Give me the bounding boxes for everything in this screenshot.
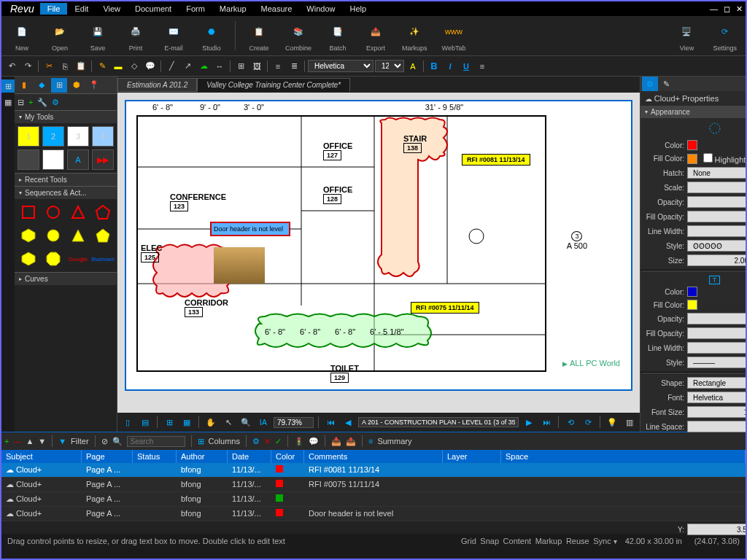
fill-color-swatch[interactable] bbox=[687, 154, 697, 164]
add-markup-icon[interactable]: + bbox=[4, 437, 9, 446]
section-sequences[interactable]: Sequences & Act... bbox=[15, 186, 117, 199]
palette-pen1[interactable]: 1 bbox=[18, 126, 39, 147]
tool-webtab[interactable]: wwwWebTab bbox=[436, 20, 472, 52]
tool-combine[interactable]: 📚Combine bbox=[279, 20, 317, 52]
link-google[interactable]: Google bbox=[67, 249, 89, 269]
style2-select[interactable]: ——— bbox=[687, 357, 747, 368]
scale-input[interactable] bbox=[687, 182, 747, 193]
table-row[interactable]: ☁ Cloud+Page A ...bfong11/13/... bbox=[1, 492, 746, 507]
expand-icon[interactable]: ▲ bbox=[26, 437, 34, 446]
menu-measure[interactable]: Measure bbox=[254, 3, 300, 15]
shape-hex-y2[interactable] bbox=[18, 249, 39, 269]
palette-text[interactable]: A bbox=[67, 149, 89, 170]
check-icon[interactable]: ✓ bbox=[275, 437, 282, 446]
section-curves[interactable]: Curves bbox=[15, 272, 117, 285]
menu-window[interactable]: Window bbox=[299, 3, 342, 15]
columns-icon[interactable]: ⊞ bbox=[198, 437, 204, 446]
import-icon[interactable]: 📥 bbox=[331, 437, 341, 446]
doc-tab-1[interactable]: Estimation A 201.2 bbox=[117, 78, 197, 92]
bold-button[interactable]: B bbox=[427, 59, 441, 74]
font-size-select[interactable]: 12 bbox=[375, 60, 404, 72]
tool-markups[interactable]: ✨Markups bbox=[396, 20, 433, 52]
color-swatch[interactable] bbox=[687, 140, 697, 150]
line-space-input[interactable] bbox=[687, 421, 747, 432]
filter-icon[interactable]: ▼ bbox=[58, 437, 66, 446]
zoom-icon[interactable]: 🔍 bbox=[239, 415, 253, 429]
maximize-icon[interactable]: ◻ bbox=[724, 4, 730, 14]
tab-toolchest-icon[interactable]: ▮ bbox=[16, 78, 32, 93]
prop-tab-edit-icon[interactable]: ✎ bbox=[658, 77, 674, 91]
tool-open[interactable]: 📂Open bbox=[42, 20, 77, 52]
tool-view[interactable]: 🖥️View bbox=[669, 20, 704, 52]
shape-circle[interactable] bbox=[42, 202, 64, 222]
table-row[interactable]: ☁ Cloud+Page A ...bfong11/13/...Door hea… bbox=[1, 507, 746, 521]
menu-view[interactable]: View bbox=[96, 3, 128, 15]
text-select-icon[interactable]: IA bbox=[256, 415, 271, 429]
line-width-input[interactable] bbox=[687, 225, 747, 237]
select-icon[interactable]: ↖ bbox=[221, 415, 236, 429]
shape-select[interactable]: Rectangle bbox=[687, 377, 747, 389]
shape-square[interactable] bbox=[18, 202, 39, 222]
font-select-prop[interactable]: Helvetica bbox=[687, 392, 747, 403]
section-appearance[interactable]: Appearance bbox=[640, 106, 747, 118]
col-author[interactable]: Author bbox=[177, 450, 228, 463]
tab-pin-icon[interactable]: 📍 bbox=[86, 78, 102, 93]
arrow-icon[interactable]: ↗ bbox=[180, 59, 195, 74]
summary-icon[interactable]: ≡ bbox=[368, 437, 373, 446]
section-my-tools[interactable]: My Tools bbox=[15, 110, 117, 123]
rfi-callout-2[interactable]: RFI #0075 11/11/14 bbox=[411, 302, 479, 314]
color2-swatch[interactable] bbox=[687, 287, 697, 297]
split-icon[interactable]: ▥ bbox=[622, 415, 637, 429]
traffic-icon[interactable]: 🚦 bbox=[294, 437, 304, 446]
clear-icon[interactable]: ⊘ bbox=[101, 437, 108, 446]
hatch-select[interactable]: None bbox=[687, 167, 747, 179]
line-width2-input[interactable] bbox=[687, 342, 747, 354]
tool-create[interactable]: 📋Create bbox=[241, 20, 276, 52]
highlight-checkbox[interactable] bbox=[703, 153, 713, 163]
close-icon[interactable]: ✕ bbox=[736, 4, 743, 14]
tool-settings[interactable]: ⟳Settings bbox=[707, 20, 743, 52]
shape-hex-y[interactable] bbox=[18, 225, 39, 246]
copy-icon[interactable]: ⎘ bbox=[58, 59, 72, 74]
tool-studio[interactable]: ⬣Studio bbox=[194, 20, 229, 52]
doc-tab-2[interactable]: Valley College Training Center Complete* bbox=[197, 78, 350, 92]
menu-markup[interactable]: Markup bbox=[212, 3, 254, 15]
next-page-icon[interactable]: ▶ bbox=[522, 415, 536, 429]
pan-icon[interactable]: ✋ bbox=[204, 415, 218, 429]
tool-email[interactable]: ✉️E-mail bbox=[156, 20, 191, 52]
tool-print[interactable]: 🖨️Print bbox=[118, 20, 153, 52]
fill-opacity2-input[interactable] bbox=[687, 327, 747, 339]
col-color[interactable]: Color bbox=[271, 450, 304, 463]
shape-triangle[interactable] bbox=[67, 202, 89, 222]
menu-help[interactable]: Help bbox=[342, 3, 374, 15]
panel-icon[interactable]: ⊞ bbox=[1, 79, 15, 93]
table-row[interactable]: ☁ Cloud+Page A ...bfong11/13/...RFI #007… bbox=[1, 478, 746, 492]
shape-pent-y[interactable] bbox=[92, 225, 114, 246]
minimize-icon[interactable]: — bbox=[710, 4, 718, 14]
align-icon[interactable]: ≡ bbox=[475, 59, 489, 74]
prev-page-icon[interactable]: ◀ bbox=[341, 415, 355, 429]
continuous-icon[interactable]: ▤ bbox=[138, 415, 152, 429]
palette-line[interactable] bbox=[42, 149, 64, 170]
mode-snap[interactable]: Snap bbox=[480, 537, 499, 545]
dimension-icon[interactable]: ↔ bbox=[212, 59, 227, 74]
dim-icon[interactable]: 💡 bbox=[605, 415, 619, 429]
menu-document[interactable]: Document bbox=[128, 3, 179, 15]
fit-page-icon[interactable]: ▦ bbox=[179, 415, 194, 429]
underline-button[interactable]: U bbox=[459, 59, 473, 74]
shape-tri-y[interactable] bbox=[67, 225, 89, 246]
add-icon[interactable]: + bbox=[28, 98, 33, 106]
link-bluebeam[interactable]: Bluebeam bbox=[92, 249, 114, 269]
reply-icon[interactable]: 💬 bbox=[309, 437, 319, 446]
style-select[interactable]: ʘʘʘʘʘ bbox=[687, 240, 747, 252]
cloud-icon[interactable]: ☁ bbox=[196, 59, 211, 74]
col-space[interactable]: Space bbox=[501, 450, 746, 463]
rfi-callout-1[interactable]: RFI #0081 11/13/14 bbox=[462, 154, 530, 166]
palette-callout[interactable]: ▶▶ bbox=[92, 149, 114, 170]
col-layer[interactable]: Layer bbox=[443, 450, 501, 463]
fill-color2-swatch[interactable] bbox=[687, 300, 697, 310]
pen-icon[interactable]: ✎ bbox=[95, 59, 109, 74]
opacity-input[interactable] bbox=[687, 196, 747, 208]
col-comments[interactable]: Comments bbox=[304, 450, 443, 463]
align-center-icon[interactable]: ≣ bbox=[287, 59, 301, 74]
